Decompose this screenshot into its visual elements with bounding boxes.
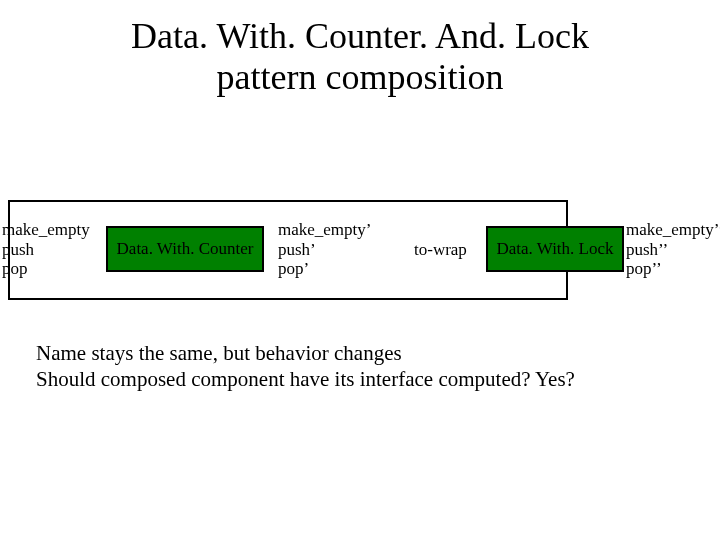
note-line-2: Should composed component have its inter…: [36, 366, 575, 392]
box-data-with-lock: Data. With. Lock: [486, 226, 624, 272]
slide-title: Data. With. Counter. And. Lock pattern c…: [0, 16, 720, 99]
out-make-empty: make_empty’’: [626, 220, 720, 240]
diagram: make_empty push pop Data. With. Counter …: [0, 190, 720, 320]
input-list: make_empty push pop: [2, 220, 90, 279]
title-line-2: pattern composition: [0, 57, 720, 98]
slide: Data. With. Counter. And. Lock pattern c…: [0, 0, 720, 540]
notes: Name stays the same, but behavior change…: [36, 340, 575, 393]
out-pop: pop’’: [626, 259, 720, 279]
title-line-1: Data. With. Counter. And. Lock: [0, 16, 720, 57]
input-push: push: [2, 240, 90, 260]
mid-pop: pop’: [278, 259, 371, 279]
mid-make-empty: make_empty’: [278, 220, 371, 240]
input-make-empty: make_empty: [2, 220, 90, 240]
box-data-with-counter: Data. With. Counter: [106, 226, 264, 272]
to-wrap-label: to-wrap: [414, 240, 467, 260]
out-push: push’’: [626, 240, 720, 260]
mid-push: push’: [278, 240, 371, 260]
box2-label: Data. With. Lock: [496, 239, 613, 259]
mid-list: make_empty’ push’ pop’: [278, 220, 371, 279]
input-pop: pop: [2, 259, 90, 279]
box1-label: Data. With. Counter: [117, 239, 254, 259]
output-list: make_empty’’ push’’ pop’’: [626, 220, 720, 279]
note-line-1: Name stays the same, but behavior change…: [36, 340, 575, 366]
